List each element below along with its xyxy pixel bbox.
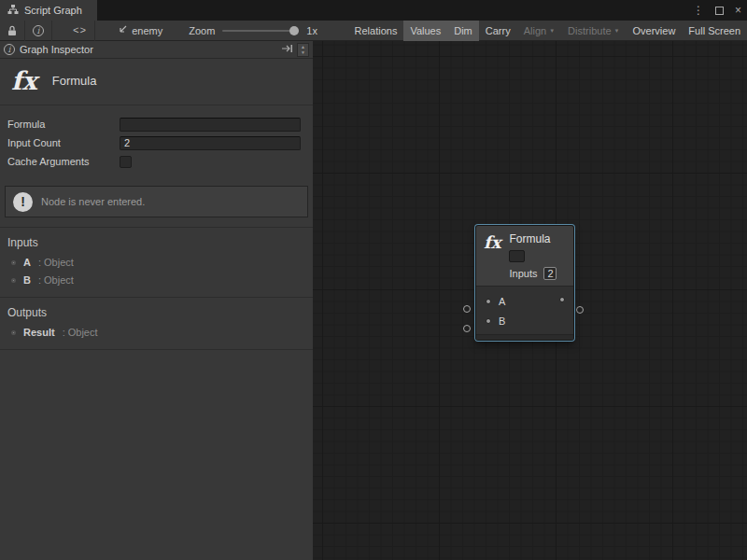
info-icon: i xyxy=(4,44,15,55)
input-count-row: Input Count xyxy=(0,133,313,152)
zoom-control: Zoom 1x xyxy=(189,25,317,36)
formula-label: Formula xyxy=(0,119,45,130)
distribute-button[interactable]: Distribute ▼ xyxy=(561,21,626,41)
external-port-result[interactable] xyxy=(576,306,584,314)
scrollbar-stepper[interactable]: ▲ ▼ xyxy=(297,43,309,57)
input-port-row-a: A : Object xyxy=(0,254,313,272)
window-controls: ⋮ × xyxy=(693,0,741,21)
formula-row: Formula xyxy=(0,115,313,133)
inputs-header: Inputs xyxy=(0,232,313,254)
inspector-form: Formula Input Count Cache Arguments xyxy=(0,105,313,175)
chevron-down-icon: ▼ xyxy=(614,28,620,34)
maximize-icon[interactable] xyxy=(715,7,724,15)
window-tab-bar: Script Graph ⋮ × xyxy=(0,0,747,21)
script-graph-icon xyxy=(7,4,19,17)
graph-inspector-header: i Graph Inspector ▲ ▼ xyxy=(0,41,313,59)
external-port-b[interactable] xyxy=(463,325,471,332)
unity-script-graph-window: Script Graph ⋮ × i <> enemy xyxy=(0,0,747,560)
node-inputs-count-field[interactable]: 2 xyxy=(543,267,557,280)
formula-node-header[interactable]: fx Formula Inputs 2 xyxy=(476,226,573,286)
window-menu-icon[interactable]: ⋮ xyxy=(693,4,704,17)
chevron-down-icon: ▼ xyxy=(549,28,555,34)
full-screen-button[interactable]: Full Screen xyxy=(682,21,747,41)
values-button[interactable]: Values xyxy=(403,21,447,41)
input-port-b-icon[interactable] xyxy=(486,318,491,324)
dim-button[interactable]: Dim xyxy=(447,21,479,41)
close-icon[interactable]: × xyxy=(735,4,741,17)
node-footer xyxy=(476,334,573,340)
tab-label: Script Graph xyxy=(24,5,82,16)
cache-arguments-row: Cache Arguments xyxy=(0,152,313,171)
formula-node-body: A B xyxy=(476,286,573,334)
zoom-value: 1x xyxy=(306,25,317,36)
overview-button[interactable]: Overview xyxy=(627,21,683,41)
graph-target-breadcrumb[interactable]: enemy xyxy=(116,25,162,36)
dock-icon[interactable] xyxy=(281,44,293,55)
warning-box: ! Node is never entered. xyxy=(5,186,308,217)
graph-inspector-title: Graph Inspector xyxy=(20,44,93,55)
zoom-slider-thumb[interactable] xyxy=(289,26,299,35)
pointer-icon xyxy=(116,25,127,36)
info-icon: i xyxy=(33,25,44,36)
formula-input[interactable] xyxy=(120,118,301,132)
warning-text: Node is never entered. xyxy=(41,196,145,207)
port-dot-icon xyxy=(11,278,16,283)
inspect-toggle-icon[interactable]: i xyxy=(25,21,52,41)
input-count-label: Input Count xyxy=(0,137,61,148)
input-port-a-icon[interactable] xyxy=(486,299,491,304)
node-inputs-label: Inputs xyxy=(509,268,537,279)
cache-arguments-label: Cache Arguments xyxy=(0,156,89,167)
zoom-label: Zoom xyxy=(189,25,215,36)
outputs-header: Outputs xyxy=(0,302,313,324)
port-dot-icon xyxy=(11,330,16,335)
tab-script-graph[interactable]: Script Graph xyxy=(0,0,97,21)
scroll-down-icon[interactable]: ▼ xyxy=(301,49,305,55)
node-title: Formula xyxy=(509,232,557,245)
input-count-input[interactable] xyxy=(120,136,301,150)
port-dot-icon xyxy=(11,260,16,265)
page-title: Formula xyxy=(52,74,97,88)
formula-fx-icon: fx xyxy=(11,68,37,93)
node-formula-field[interactable] xyxy=(509,250,525,262)
outputs-section: Outputs Result : Object xyxy=(0,298,313,350)
cache-arguments-checkbox[interactable] xyxy=(120,156,132,168)
output-port-result-icon[interactable] xyxy=(559,297,565,302)
target-label: enemy xyxy=(132,25,162,36)
warning-icon: ! xyxy=(13,192,33,212)
inputs-section: Inputs A : Object B : Object xyxy=(0,227,313,298)
graph-inspector-panel: i Graph Inspector ▲ ▼ fx Formula xyxy=(0,41,313,560)
external-port-a[interactable] xyxy=(463,305,471,313)
carry-button[interactable]: Carry xyxy=(479,21,517,41)
input-port-row-b: B : Object xyxy=(0,272,313,289)
node-port-row-a: A xyxy=(476,291,573,311)
node-port-row-b: B xyxy=(476,311,573,330)
toolbar-buttons: Relations Values Dim Carry Align ▼ Distr… xyxy=(348,21,747,41)
graph-toolbar: i <> enemy Zoom 1x Relations V xyxy=(0,21,747,41)
inspector-node-title: fx Formula xyxy=(0,59,313,105)
formula-node[interactable]: fx Formula Inputs 2 A xyxy=(476,226,573,340)
graph-canvas[interactable]: fx Formula Inputs 2 A xyxy=(313,41,747,560)
lock-icon[interactable] xyxy=(0,21,25,41)
output-port-row-result: Result : Object xyxy=(0,324,313,342)
formula-fx-icon: fx xyxy=(484,232,500,280)
relations-button[interactable]: Relations xyxy=(348,21,404,41)
zoom-slider[interactable] xyxy=(222,30,299,32)
align-button[interactable]: Align ▼ xyxy=(517,21,561,41)
code-view-icon[interactable]: <> xyxy=(65,21,95,41)
